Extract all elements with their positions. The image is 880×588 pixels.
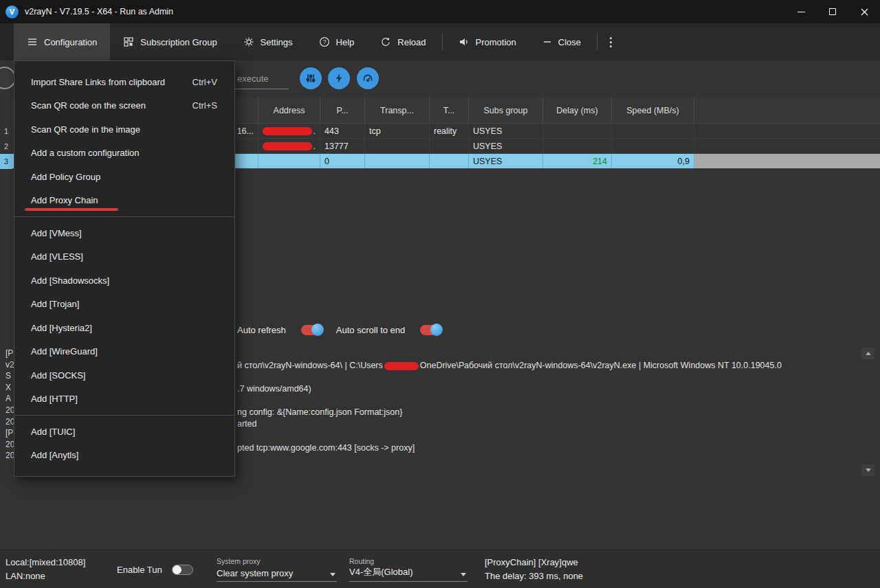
menu-promotion[interactable]: Promotion (446, 23, 529, 60)
auto-refresh-toggle[interactable] (301, 325, 322, 335)
cell-subs-group: USYES (469, 139, 543, 153)
cell-delay (543, 124, 612, 138)
menu-help-label: Help (336, 37, 355, 47)
configuration-dropdown-menu: Import Share Links from clipboard Ctrl+V… (14, 60, 235, 477)
cell-filler (694, 139, 880, 153)
shortcut-label: Ctrl+S (192, 100, 217, 111)
menu-item-add-vmess[interactable]: Add [VMess] (14, 221, 234, 245)
auto-scroll-label: Auto scroll to end (336, 325, 405, 335)
row-number[interactable]: 1 (0, 124, 12, 139)
scroll-up-button[interactable] (861, 348, 874, 359)
menu-item-add-proxy-chain[interactable]: Add Proxy Chain (14, 189, 234, 213)
reload-icon (380, 36, 391, 47)
minimize-icon (798, 12, 805, 12)
menu-item-add-http[interactable]: Add [HTTP] (14, 387, 234, 411)
sliders-icon (305, 73, 316, 84)
menu-item-add-vless[interactable]: Add [VLESS] (14, 245, 234, 269)
titlebar: V v2rayN - V7.19.5 - X64 - Run as Admin (0, 0, 880, 23)
menu-settings[interactable]: Settings (230, 23, 306, 60)
routing-label: Routing (349, 557, 468, 565)
hamburger-icon (27, 36, 38, 47)
menu-configuration-label: Configuration (44, 37, 97, 47)
row-number[interactable]: 2 (0, 139, 12, 154)
log-line: й стол\v2rayN-windows-64\ | C:\UsersOneD… (237, 361, 782, 370)
cell-address (258, 154, 320, 168)
menu-item-add-trojan[interactable]: Add [Trojan] (14, 293, 234, 317)
svg-text:?: ? (322, 38, 326, 45)
cell-delay: 214 (543, 154, 612, 168)
row-number-selected[interactable]: 3 (0, 154, 12, 169)
log-line: arted (237, 419, 257, 429)
delay-info-text: The delay: 393 ms, none (485, 569, 583, 583)
menu-item-import-share-links[interactable]: Import Share Links from clipboard Ctrl+V (14, 70, 234, 94)
menu-item-add-shadowsocks[interactable]: Add [Shadowsocks] (14, 269, 234, 293)
column-delay[interactable]: Delay (ms) (543, 98, 612, 123)
column-transport[interactable]: Transp... (365, 98, 430, 123)
enable-tun-group: Enable Tun (117, 550, 193, 588)
column-tls[interactable]: T... (430, 98, 469, 123)
menu-reload-label: Reload (397, 37, 426, 47)
menu-reload[interactable]: Reload (367, 23, 439, 60)
column-port[interactable]: P... (320, 98, 365, 123)
menu-item-add-socks[interactable]: Add [SOCKS] (14, 363, 234, 387)
close-icon (861, 8, 868, 16)
minimize-button[interactable] (785, 0, 817, 23)
enable-tun-label: Enable Tun (117, 565, 162, 575)
menu-subscription-group-label: Subscription Group (140, 37, 217, 47)
menu-item-add-wireguard[interactable]: Add [WireGuard] (14, 340, 234, 364)
menu-item-add-hysteria2[interactable]: Add [Hysteria2] (14, 316, 234, 340)
statusbar: Local:[mixed:10808] LAN:none Enable Tun … (0, 550, 880, 588)
menu-item-add-policy-group[interactable]: Add Policy Group (14, 165, 234, 189)
menubar: Configuration Subscription Group Setting… (0, 23, 880, 60)
cell-tls: reality (430, 124, 469, 138)
ping-test-button[interactable] (357, 67, 379, 89)
local-ports-text: Local:[mixed:10808] (6, 556, 85, 569)
column-address[interactable]: Address (258, 98, 320, 123)
triangle-up-icon (866, 352, 871, 355)
menubar-separator (442, 33, 443, 51)
cell-speed (612, 124, 694, 138)
column-speed[interactable]: Speed (MB/s) (612, 98, 694, 123)
menu-help[interactable]: ? Help (306, 23, 368, 60)
close-window-button[interactable] (848, 0, 880, 23)
menu-item-add-custom-configuration[interactable]: Add a custom configuration (14, 142, 234, 166)
cell-subs-group: USYES (469, 154, 543, 168)
toggle-knob (430, 324, 443, 336)
cell-port: 13777 (320, 139, 365, 153)
speedtest-button[interactable] (328, 67, 350, 89)
triangle-down-icon (866, 468, 871, 472)
menu-subscription-group[interactable]: Subscription Group (110, 23, 230, 60)
enable-tun-toggle[interactable] (172, 565, 193, 575)
search-placeholder: execute (237, 74, 269, 84)
cell-transport: tcp (365, 124, 430, 138)
system-proxy-select[interactable]: System proxy Clear system proxy (217, 557, 337, 582)
scroll-down-button[interactable] (861, 464, 874, 476)
active-profile-info: [ProxyChain] [Xray]qwe The delay: 393 ms… (485, 556, 583, 583)
menu-item-scan-qr-image[interactable]: Scan QR code in the image (14, 117, 234, 142)
cell-address: . (258, 139, 320, 153)
menu-separator (14, 216, 234, 217)
menu-separator (14, 415, 234, 416)
column-subs-group[interactable]: Subs group (469, 98, 543, 123)
more-menu-button[interactable] (600, 23, 622, 60)
cell-transport (365, 154, 430, 168)
cell-tls (430, 139, 469, 153)
routing-select[interactable]: Routing V4-全局(Global) (349, 557, 468, 582)
toggle-knob (173, 565, 182, 574)
menu-item-add-anytls[interactable]: Add [Anytls] (14, 444, 234, 468)
menu-promotion-label: Promotion (476, 37, 516, 47)
maximize-button[interactable] (817, 0, 848, 23)
auto-scroll-toggle[interactable] (420, 325, 441, 335)
menu-settings-label: Settings (261, 37, 293, 47)
filter-button[interactable] (300, 67, 322, 89)
menu-item-add-tuic[interactable]: Add [TUIC] (14, 420, 234, 444)
subscription-icon (123, 36, 134, 47)
cell-filler (694, 154, 880, 168)
shortcut-label: Ctrl+V (192, 77, 217, 87)
menu-configuration[interactable]: Configuration (14, 23, 110, 60)
lan-text: LAN:none (6, 569, 85, 583)
menu-close[interactable]: Close (529, 23, 594, 60)
menu-item-scan-qr-screen[interactable]: Scan QR code on the screen Ctrl+S (14, 94, 234, 118)
cell-port: 0 (320, 154, 365, 168)
system-proxy-value: Clear system proxy (217, 568, 293, 578)
